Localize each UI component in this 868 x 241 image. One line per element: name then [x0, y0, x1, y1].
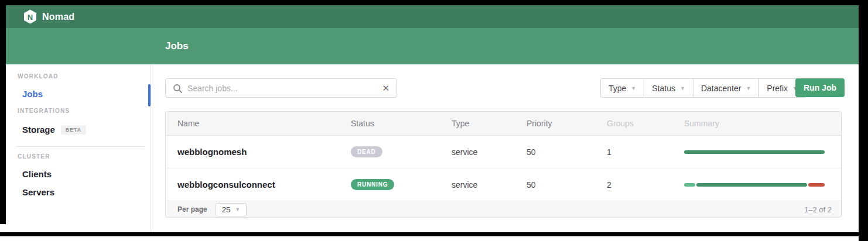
filter-group: Type ▼ Status ▼ Datacenter ▼ Prefix ▼ [600, 78, 806, 98]
per-page-label: Per page [177, 205, 207, 214]
allocation-summary-bar [684, 150, 825, 154]
sidebar-item-servers[interactable]: Servers [22, 187, 54, 197]
column-header-type[interactable]: Type [452, 119, 527, 128]
column-header-name[interactable]: Name [177, 119, 351, 128]
column-header-summary: Summary [684, 119, 823, 128]
per-page-value: 25 [222, 205, 230, 214]
sidebar-section-workload: WORKLOAD [18, 73, 59, 80]
chevron-down-icon: ▼ [631, 85, 636, 91]
chevron-down-icon: ▼ [680, 85, 685, 91]
sidebar: WORKLOAD Jobs INTEGRATIONS Storage BETA … [6, 64, 151, 232]
table-row[interactable]: webblogconsulconnect RUNNING service 50 … [166, 168, 841, 201]
job-priority: 50 [527, 147, 607, 157]
chevron-down-icon: ▼ [746, 85, 751, 91]
chevron-down-icon: ▼ [235, 206, 240, 212]
beta-badge: BETA [61, 125, 86, 135]
allocation-summary-bar [684, 183, 825, 187]
nomad-home-link[interactable]: N Nomad [23, 9, 74, 24]
bottom-strip [0, 236, 859, 241]
search-box: ✕ [165, 78, 397, 98]
svg-text:N: N [28, 13, 33, 22]
subheader: Jobs [6, 28, 859, 64]
search-icon [173, 84, 182, 93]
status-badge: DEAD [351, 146, 382, 157]
column-header-status[interactable]: Status [351, 119, 452, 128]
sidebar-divider [16, 146, 145, 147]
filter-datacenter-dropdown[interactable]: Datacenter ▼ [693, 78, 759, 98]
active-item-indicator [148, 84, 151, 106]
filter-status-label: Status [652, 84, 675, 93]
job-type: service [452, 147, 527, 157]
job-type: service [452, 180, 527, 190]
nomad-logo-icon: N [23, 9, 37, 24]
top-nav-bar: N Nomad [6, 5, 859, 28]
pagination-range: 1–2 of 2 [804, 205, 832, 214]
clear-search-icon[interactable]: ✕ [382, 84, 389, 92]
column-header-groups: Groups [607, 119, 684, 128]
page-title: Jobs [165, 40, 189, 52]
job-groups: 1 [607, 147, 684, 157]
sidebar-item-storage-label: Storage [22, 125, 55, 135]
filter-datacenter-label: Datacenter [701, 84, 741, 93]
filter-status-dropdown[interactable]: Status ▼ [644, 78, 693, 98]
column-header-priority[interactable]: Priority [527, 119, 607, 128]
job-groups: 2 [607, 180, 684, 190]
run-job-button[interactable]: Run Job [795, 78, 845, 97]
table-footer: Per page 25 ▼ 1–2 of 2 [166, 201, 841, 218]
filter-prefix-label: Prefix [767, 84, 788, 93]
job-priority: 50 [527, 180, 607, 190]
status-badge: RUNNING [351, 179, 394, 190]
table-row[interactable]: webblognomesh DEAD service 50 1 [166, 136, 841, 168]
filter-type-label: Type [609, 84, 626, 93]
job-name[interactable]: webblogconsulconnect [177, 180, 351, 190]
sidebar-item-storage[interactable]: Storage BETA [22, 125, 86, 135]
jobs-table: Name Status Type Priority Groups Summary… [165, 111, 842, 218]
filter-type-dropdown[interactable]: Type ▼ [600, 78, 644, 98]
sidebar-item-jobs[interactable]: Jobs [22, 89, 43, 99]
search-input[interactable] [187, 84, 377, 93]
table-header-row: Name Status Type Priority Groups Summary [166, 112, 841, 136]
sidebar-item-clients[interactable]: Clients [22, 169, 52, 179]
per-page-select[interactable]: 25 ▼ [216, 203, 247, 216]
brand-name: Nomad [42, 12, 74, 22]
left-strip [0, 224, 6, 232]
sidebar-section-cluster: CLUSTER [18, 153, 50, 160]
sidebar-section-integrations: INTEGRATIONS [18, 108, 70, 114]
job-name[interactable]: webblognomesh [177, 147, 351, 157]
